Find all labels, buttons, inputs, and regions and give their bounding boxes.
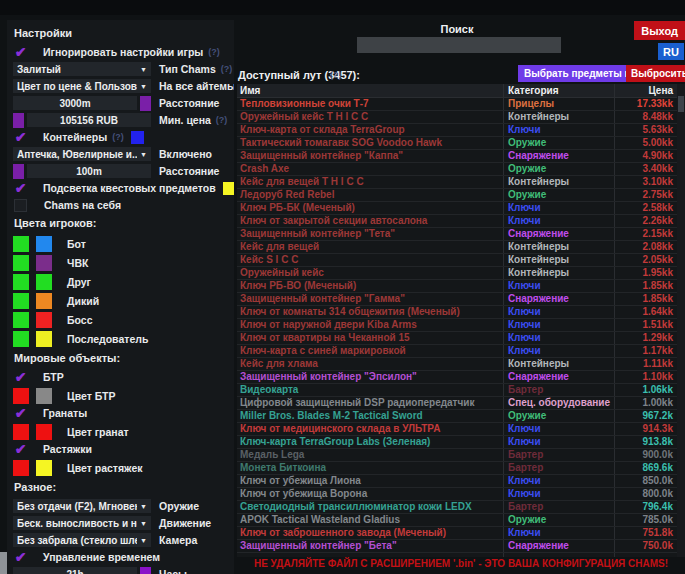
loot-row[interactable]: Светодиодный трансиллюминатор кожи LEDXБ… <box>237 501 677 514</box>
camera-dropdown-value: Без забрала (стекло шлема) <box>17 535 137 546</box>
loot-row[interactable]: Медаль LegaБартер900.0k <box>237 449 677 462</box>
loot-item-price: 800.0k <box>614 488 677 500</box>
color-swatch[interactable] <box>13 164 24 179</box>
camera-dropdown[interactable]: Без забрала (стекло шлема)▼ <box>13 533 151 547</box>
loot-row[interactable]: Цифровой защищенный DSP радиопередатчикС… <box>237 397 677 410</box>
drop-all-button[interactable]: Выбросить все <box>626 65 685 82</box>
scav-colors-secondary-swatch[interactable] <box>36 293 52 309</box>
loot-item-name: Оружейный кейс T H I C C <box>237 111 503 123</box>
search-input[interactable] <box>357 37 561 53</box>
color-swatch[interactable] <box>131 131 144 144</box>
loot-row[interactable]: Ключ от убежища ВоронаКлючи800.0k <box>237 488 677 501</box>
follower-colors-secondary-swatch[interactable] <box>36 331 52 347</box>
quest-items-checkbox-row: ✔Подсветка квестовых предметов <box>11 181 234 195</box>
loot-row[interactable]: Ключ от закрытой секции автосалонаКлючи2… <box>237 215 677 228</box>
containers-checkbox[interactable]: ✔ <box>13 130 28 144</box>
self-chams-checkbox[interactable] <box>14 199 27 212</box>
loot-row[interactable]: Оружейный кейсКонтейнеры1.95kk <box>237 267 677 280</box>
loot-row[interactable]: Защищенный контейнер "Каппа"Снаряжение4.… <box>237 150 677 163</box>
time-control-checkbox[interactable]: ✔ <box>13 550 28 564</box>
loot-item-name: Кейс для хлама <box>237 358 503 370</box>
loot-row[interactable]: Кейс для вещейКонтейнеры2.08kk <box>237 241 677 254</box>
language-button[interactable]: RU <box>658 43 684 60</box>
sidebar-scrollbar-thumb[interactable] <box>0 552 7 574</box>
friend-colors-secondary-swatch[interactable] <box>36 274 52 290</box>
loot-row[interactable]: APOK Tactical Wasteland GladiusОружие785… <box>237 514 677 527</box>
loot-row[interactable]: Ключ-карта TerraGroup Labs (Зеленая)Ключ… <box>237 436 677 449</box>
loot-item-name: Кейс S I C C <box>237 254 503 266</box>
loot-item-category: Ключи <box>503 202 614 214</box>
color-swatch[interactable] <box>13 113 24 128</box>
loot-scrollbar-thumb[interactable] <box>678 96 684 112</box>
grenade-colors-primary-swatch[interactable] <box>13 424 29 440</box>
loot-row[interactable]: Кейс S I C CКонтейнеры2.05kk <box>237 254 677 267</box>
all-items-dropdown[interactable]: Цвет по цене & Пользователь▼ <box>13 79 151 93</box>
hours-input[interactable]: 21h <box>13 567 137 574</box>
quest-items-checkbox[interactable]: ✔ <box>13 181 28 195</box>
tripwires-checkbox[interactable]: ✔ <box>13 442 28 456</box>
bot-colors-primary-swatch[interactable] <box>13 236 29 252</box>
loot-row[interactable]: Тепловизионные очки Т-7Прицелы17.33kk <box>237 98 677 111</box>
btr-colors-secondary-swatch[interactable] <box>36 388 52 404</box>
color-swatch[interactable] <box>140 567 151 574</box>
loot-row[interactable]: Кейс для вещей T H I C CКонтейнеры3.10kk <box>237 176 677 189</box>
loot-row[interactable]: Тактический томагавк SOG Voodoo HawkОруж… <box>237 137 677 150</box>
loot-row[interactable]: Кейс для хламаКонтейнеры1.11kk <box>237 358 677 371</box>
container-distance-input[interactable]: 100m <box>27 164 151 178</box>
scav-colors-label: Дикий <box>67 295 99 307</box>
pmc-colors-secondary-swatch[interactable] <box>36 255 52 271</box>
loot-row[interactable]: Защищенный контейнер "Эпсилон"Снаряжение… <box>237 371 677 384</box>
loot-row[interactable]: Miller Bros. Blades M-2 Tactical SwordОр… <box>237 410 677 423</box>
weapon-dropdown[interactable]: Без отдачи (F2), Мгновенное п▼ <box>13 499 151 513</box>
tripwire-colors-secondary-swatch[interactable] <box>36 460 52 476</box>
color-swatch[interactable] <box>223 182 234 195</box>
loot-item-name: APOK Tactical Wasteland Gladius <box>237 514 503 526</box>
tripwire-colors-primary-swatch[interactable] <box>13 460 29 476</box>
loot-row[interactable]: ВидеокартаБартер1.06kk <box>237 384 677 397</box>
boss-colors-primary-swatch[interactable] <box>13 312 29 328</box>
loot-item-name: Crash Axe <box>237 163 503 175</box>
boss-colors-secondary-swatch[interactable] <box>36 312 52 328</box>
loot-row[interactable]: Ключ от убежища ЛионаКлючи850.0k <box>237 475 677 488</box>
loot-row[interactable]: Ключ от квартиры на Чеканной 15Ключи1.29… <box>237 332 677 345</box>
loot-row[interactable]: Оружейный кейс T H I C CКонтейнеры8.48kk <box>237 111 677 124</box>
pmc-colors-primary-swatch[interactable] <box>13 255 29 271</box>
loot-row[interactable]: Ключ от заброшенного завода (Меченый)Клю… <box>237 527 677 540</box>
loot-row[interactable]: Ледоруб Red RebelОружие2.75kk <box>237 189 677 202</box>
loot-item-price: 8.48kk <box>614 111 677 123</box>
loot-row[interactable]: Crash AxeОружие3.40kk <box>237 163 677 176</box>
btr-checkbox[interactable]: ✔ <box>13 370 28 384</box>
min-price-input[interactable]: 105156 RUB <box>27 113 151 127</box>
loot-row[interactable]: Монета БиткоинаБартер869.6k <box>237 462 677 475</box>
grenades-checkbox[interactable]: ✔ <box>13 406 28 420</box>
ignore-game-settings-checkbox[interactable]: ✔ <box>13 45 28 59</box>
loot-item-name: Ключ-карта с синей маркировкой <box>237 345 503 357</box>
bot-colors-secondary-swatch[interactable] <box>36 236 52 252</box>
distance-input[interactable]: 3000m <box>13 96 137 110</box>
enabled-categories-dropdown[interactable]: Аптечка, Ювелирные и...▼ <box>13 147 151 161</box>
loot-row[interactable]: Ключ от наружной двери Kiba ArmsКлючи1.5… <box>237 319 677 332</box>
weapon-dropdown-value: Без отдачи (F2), Мгновенное п <box>17 501 137 512</box>
loot-item-category: Спец. оборудование <box>503 397 614 409</box>
follower-colors-primary-swatch[interactable] <box>13 331 29 347</box>
loot-row[interactable]: Защищенный контейнер "Тета"Снаряжение2.1… <box>237 228 677 241</box>
loot-row[interactable]: Защищенный контейнер "Гамма"Снаряжение1.… <box>237 293 677 306</box>
loot-row[interactable]: Защищенный контейнер "Бета"Снаряжение750… <box>237 540 677 553</box>
scav-colors-primary-swatch[interactable] <box>13 293 29 309</box>
color-swatch[interactable] <box>140 96 151 111</box>
movement-dropdown[interactable]: Беск. выносливость и нет уста▼ <box>13 516 151 530</box>
loot-row[interactable]: Ключ от медицинского склада в УЛЬТРАКлюч… <box>237 423 677 436</box>
help-icon: (?) <box>112 132 124 142</box>
loot-row[interactable]: Ключ-карта с синей маркировкойКлючи1.17k… <box>237 345 677 358</box>
loot-row[interactable]: Ключ РБ-ВО (Меченый)Ключи1.85kk <box>237 280 677 293</box>
loot-row[interactable]: Ключ от комнаты 314 общежития (Меченый)К… <box>237 306 677 319</box>
friend-colors-primary-swatch[interactable] <box>13 274 29 290</box>
grenade-colors-secondary-swatch[interactable] <box>36 424 52 440</box>
loot-row[interactable]: Ключ-карта от склада TerraGroupКлючи5.63… <box>237 124 677 137</box>
loot-item-name: Кейс для вещей T H I C C <box>237 176 503 188</box>
btr-colors-primary-swatch[interactable] <box>13 388 29 404</box>
chams-type-dropdown[interactable]: Залитый▼ <box>13 62 151 76</box>
loot-row[interactable]: Ключ РБ-БК (Меченый)Ключи2.58kk <box>237 202 677 215</box>
exit-button[interactable]: Выход <box>634 21 685 40</box>
loot-item-name: Miller Bros. Blades M-2 Tactical Sword <box>237 410 503 422</box>
